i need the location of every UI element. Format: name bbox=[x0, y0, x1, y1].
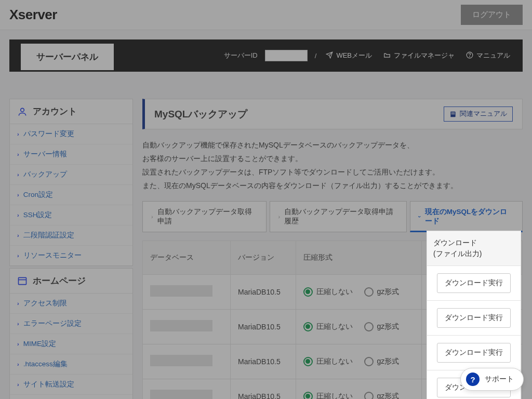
chevron-right-icon: › bbox=[17, 212, 19, 218]
tab-download-current[interactable]: ›現在のMySQLをダウンロード bbox=[410, 201, 523, 232]
cell-compression: 圧縮しないgz形式 bbox=[296, 309, 421, 344]
radio-no-compress[interactable]: 圧縮しない bbox=[303, 357, 353, 366]
filemanager-link[interactable]: ファイルマネージャ bbox=[381, 47, 457, 64]
sidebar-item[interactable]: ›パスワード変更 bbox=[10, 124, 132, 144]
radio-label: 圧縮しない bbox=[316, 287, 353, 297]
related-manual-label: 関連マニュアル bbox=[460, 110, 507, 118]
folder-icon bbox=[383, 51, 391, 60]
sidebar-group-account: アカウント ›パスワード変更 ›サーバー情報 ›バックアップ ›Cron設定 ›… bbox=[9, 99, 133, 266]
manual-link[interactable]: マニュアル bbox=[464, 47, 512, 64]
chevron-right-icon: › bbox=[17, 341, 19, 347]
logout-button[interactable]: ログアウト bbox=[461, 5, 523, 25]
radio-label: 圧縮しない bbox=[316, 322, 353, 331]
webmail-link[interactable]: WEBメール bbox=[324, 47, 374, 64]
tab-bar: ›自動バックアップデータ取得申請 ›自動バックアップデータ取得申請履歴 ›現在の… bbox=[142, 201, 523, 232]
radio-label: 圧縮しない bbox=[316, 392, 353, 399]
cell-database bbox=[143, 379, 231, 399]
sidebar-item[interactable]: ›二段階認証設定 bbox=[10, 225, 132, 246]
brand-logo: XXserverserver bbox=[9, 7, 57, 23]
radio-gz[interactable]: gz形式 bbox=[364, 392, 400, 399]
col-version: バージョン bbox=[230, 241, 296, 274]
radio-icon bbox=[364, 322, 374, 331]
tab-label: 自動バックアップデータ取得申請 bbox=[157, 207, 258, 226]
sidebar-item[interactable]: ›リソースモニター bbox=[10, 246, 132, 265]
sidebar-group-homepage: ホームページ ›アクセス制限 ›エラーページ設定 ›MIME設定 ›.htacc… bbox=[9, 268, 133, 399]
cell-compression: 圧縮しないgz形式 bbox=[296, 274, 421, 309]
tab-backup-request[interactable]: ›自動バックアップデータ取得申請 bbox=[142, 201, 267, 232]
tab-backup-history[interactable]: ›自動バックアップデータ取得申請履歴 bbox=[270, 201, 407, 232]
sidebar-item[interactable]: ›バックアップ bbox=[10, 165, 132, 185]
radio-label: gz形式 bbox=[377, 287, 400, 297]
sidebar-item[interactable]: ›サイト転送設定 bbox=[10, 375, 132, 395]
radio-no-compress[interactable]: 圧縮しない bbox=[303, 392, 353, 399]
radio-no-compress[interactable]: 圧縮しない bbox=[303, 322, 353, 331]
radio-gz[interactable]: gz形式 bbox=[364, 322, 400, 331]
webmail-label: WEBメール bbox=[336, 51, 372, 60]
filemanager-label: ファイルマネージャ bbox=[394, 51, 455, 60]
radio-icon bbox=[364, 287, 374, 297]
chevron-right-icon: › bbox=[17, 252, 19, 259]
db-name-redacted bbox=[150, 285, 212, 297]
header-bar: サーバーパネル サーバーID / WEBメール ファイルマネージャ マニュアル bbox=[9, 39, 523, 72]
radio-icon bbox=[303, 322, 313, 331]
sidebar-item[interactable]: ›MIME設定 bbox=[10, 334, 132, 354]
paperplane-icon bbox=[326, 51, 333, 60]
cell-version: MariaDB10.5 bbox=[230, 274, 296, 309]
question-circle-icon: ? bbox=[466, 373, 480, 386]
sidebar-item[interactable]: ›サーバー情報 bbox=[10, 144, 132, 165]
radio-icon bbox=[364, 392, 374, 399]
col-compression: 圧縮形式 bbox=[296, 241, 421, 274]
radio-icon bbox=[364, 357, 374, 366]
download-exec-button[interactable]: ダウンロード実行 bbox=[437, 343, 511, 363]
radio-icon bbox=[303, 287, 313, 297]
sidebar-group-title: アカウント bbox=[33, 105, 77, 117]
sidebar-item[interactable]: ›アクセス制限 bbox=[10, 294, 132, 314]
chevron-right-icon: › bbox=[17, 321, 19, 327]
chevron-right-icon: › bbox=[17, 361, 19, 367]
download-exec-button[interactable]: ダウンロード実行 bbox=[437, 273, 511, 293]
page-title-bar: MySQLバックアップ 関連マニュアル bbox=[142, 99, 523, 129]
sidebar-item[interactable]: ›エラーページ設定 bbox=[10, 314, 132, 334]
radio-no-compress[interactable]: 圧縮しない bbox=[303, 287, 353, 297]
radio-icon bbox=[303, 392, 313, 399]
user-icon bbox=[17, 107, 28, 117]
header-wrap: サーバーパネル サーバーID / WEBメール ファイルマネージャ マニュアル bbox=[0, 30, 532, 81]
cell-compression: 圧縮しないgz形式 bbox=[296, 344, 421, 379]
col-database: データベース bbox=[143, 241, 231, 274]
svg-rect-3 bbox=[19, 277, 26, 284]
sidebar-item-label: サーバー情報 bbox=[23, 150, 67, 159]
tab-label: 自動バックアップデータ取得申請履歴 bbox=[284, 207, 398, 226]
radio-gz[interactable]: gz形式 bbox=[364, 287, 400, 297]
chevron-right-icon: › bbox=[17, 300, 19, 307]
sidebar-item-label: バックアップ bbox=[23, 170, 67, 179]
db-name-redacted bbox=[150, 320, 212, 331]
divider: / bbox=[315, 52, 317, 60]
sidebar-item[interactable]: ›アクセス拒否設定 bbox=[10, 395, 132, 399]
sidebar-item-label: パスワード変更 bbox=[23, 129, 74, 139]
radio-label: gz形式 bbox=[377, 357, 400, 366]
sidebar-item-label: アクセス制限 bbox=[23, 299, 67, 308]
sidebar-item-label: リソースモニター bbox=[23, 251, 82, 260]
sidebar-item-label: SSH設定 bbox=[23, 210, 52, 220]
related-manual-button[interactable]: 関連マニュアル bbox=[444, 107, 513, 122]
sidebar: アカウント ›パスワード変更 ›サーバー情報 ›バックアップ ›Cron設定 ›… bbox=[9, 99, 133, 399]
radio-label: gz形式 bbox=[377, 392, 400, 399]
cell-compression: 圧縮しないgz形式 bbox=[296, 379, 421, 399]
panel-tab: サーバーパネル bbox=[21, 44, 114, 70]
sidebar-item[interactable]: ›Cron設定 bbox=[10, 185, 132, 205]
support-fab[interactable]: ? サポート bbox=[460, 368, 524, 391]
chevron-right-icon: › bbox=[151, 214, 153, 220]
cell-version: MariaDB10.5 bbox=[230, 379, 296, 399]
radio-icon bbox=[303, 357, 313, 366]
chevron-right-icon: › bbox=[17, 151, 19, 157]
sidebar-item-label: MIME設定 bbox=[23, 339, 56, 349]
sidebar-item-label: Cron設定 bbox=[23, 190, 53, 200]
download-exec-button[interactable]: ダウンロード実行 bbox=[437, 308, 511, 328]
sidebar-item[interactable]: ›SSH設定 bbox=[10, 205, 132, 225]
description: 自動バックアップ機能で保存されたMySQLデータベースのバックアップデータを、 … bbox=[142, 139, 523, 193]
radio-gz[interactable]: gz形式 bbox=[364, 357, 400, 366]
sidebar-item[interactable]: ›.htaccess編集 bbox=[10, 354, 132, 375]
desc-line: 自動バックアップ機能で保存されたMySQLデータベースのバックアップデータを、 bbox=[142, 139, 523, 152]
radio-label: 圧縮しない bbox=[316, 357, 353, 366]
chevron-right-icon: › bbox=[17, 192, 19, 198]
